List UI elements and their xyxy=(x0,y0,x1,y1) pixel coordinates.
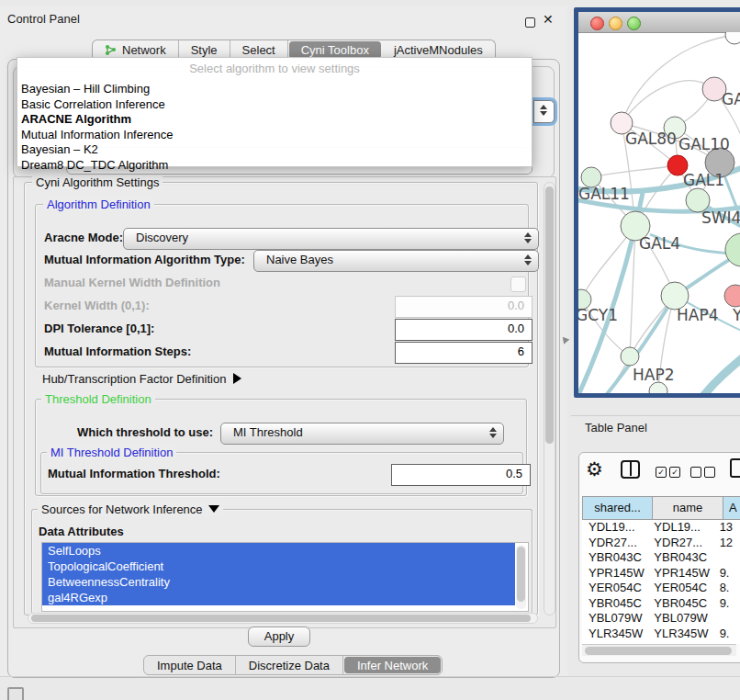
tab-impute-data-label: Impute Data xyxy=(157,659,222,672)
list-item[interactable]: TopologicalCoefficient xyxy=(42,559,515,574)
algorithm-combo-focused-end[interactable] xyxy=(533,100,555,123)
node-label: GCY1 xyxy=(576,306,618,324)
unselect-all-columns-icon[interactable] xyxy=(690,467,701,478)
dpi-tolerance-input[interactable]: 0.0 xyxy=(395,319,533,341)
sources-title: Sources for Network Inference xyxy=(41,502,203,516)
manual-kernel-width-label: Manual Kernel Width Definition xyxy=(44,273,220,293)
tab-infer-network[interactable]: Infer Network xyxy=(344,657,441,673)
settings-vertical-scrollbar[interactable] xyxy=(544,182,555,615)
node-label: GAL4 xyxy=(639,234,680,253)
network-window-titlebar[interactable] xyxy=(578,12,740,33)
table-panel-divider xyxy=(571,415,740,416)
menu-item[interactable]: Basic Correlation Inference xyxy=(21,97,526,113)
expanded-arrow-icon xyxy=(208,505,219,513)
network-view-window: GAL GAL80 GAL10 GAL1 GAL11 SWI4 GAL4 GCY… xyxy=(574,7,740,398)
column-layout-icon[interactable] xyxy=(621,460,640,479)
zoom-button[interactable] xyxy=(627,17,641,30)
table-row[interactable]: YLR345WYLR345W9. xyxy=(582,627,740,642)
network-canvas[interactable]: GAL GAL80 GAL10 GAL1 GAL11 SWI4 GAL4 GCY… xyxy=(578,32,740,398)
table-row[interactable]: YPR145WYPR145W9. xyxy=(582,566,740,581)
node-label: HAP2 xyxy=(633,366,674,384)
select-all-columns-icon[interactable]: ✓ xyxy=(669,467,680,478)
node-label: Y xyxy=(733,306,740,324)
new-table-icon[interactable] xyxy=(730,458,740,478)
collapsed-arrow-icon xyxy=(233,373,241,384)
gear-icon[interactable]: ⚙ xyxy=(586,457,603,481)
table-row[interactable]: YER054CYER054C8. xyxy=(582,581,740,596)
network-icon xyxy=(105,44,117,56)
algorithm-definition-title: Algorithm Definition xyxy=(43,198,154,211)
mi-threshold-definition-title: MI Threshold Definition xyxy=(47,446,176,459)
stepper-arrows xyxy=(524,254,532,265)
node-label: GAL xyxy=(722,90,740,108)
threshold-definition-title: Threshold Definition xyxy=(41,392,155,406)
column-header-partial[interactable]: A xyxy=(723,496,740,520)
control-panel-window: Control Panel ✕ Network Style Select Cyn… xyxy=(0,6,567,677)
list-item[interactable]: SelfLoops xyxy=(42,543,515,559)
close-button[interactable] xyxy=(590,17,604,30)
cyni-bottom-tabbar: Impute Data Discretize Data Infer Networ… xyxy=(143,655,443,675)
aracne-mode-select[interactable]: Discovery xyxy=(123,228,539,250)
stepper-arrows xyxy=(540,105,547,116)
tab-network-label: Network xyxy=(122,43,166,57)
hub-tf-definition-toggle[interactable]: Hub/Transcription Factor Definition xyxy=(42,369,241,390)
stepper-arrows xyxy=(489,427,497,438)
list-scrollbar[interactable] xyxy=(516,545,526,609)
float-window-icon[interactable] xyxy=(525,17,535,28)
table-row[interactable]: YBL079WYBL079W xyxy=(582,611,740,627)
dpi-tolerance-label: DPI Tolerance [0,1]: xyxy=(44,319,154,339)
tab-discretize-data[interactable]: Discretize Data xyxy=(236,656,343,674)
menu-item[interactable]: Bayesian – K2 xyxy=(21,142,526,158)
sources-title-row[interactable]: Sources for Network Inference xyxy=(38,502,223,516)
mi-algorithm-type-value: Naive Bayes xyxy=(266,253,333,266)
table-horizontal-scrollbar[interactable] xyxy=(582,644,736,656)
unselect-all-columns-icon[interactable] xyxy=(704,467,715,478)
table-row[interactable]: YBR043CYBR043C xyxy=(582,550,740,566)
column-header-name[interactable]: name xyxy=(652,496,723,520)
data-attributes-list[interactable]: SelfLoops TopologicalCoefficient Between… xyxy=(41,542,529,612)
control-panel-title: Control Panel xyxy=(7,11,80,28)
select-all-columns-icon[interactable]: ✓ xyxy=(656,467,667,478)
mi-algorithm-type-label: Mutual Information Algorithm Type: xyxy=(44,250,245,270)
menu-item[interactable]: Mutual Information Inference xyxy=(21,128,526,143)
table-row[interactable]: YDR27...YDR27...12 xyxy=(582,536,740,551)
algorithm-dropdown-hint: Select algorithm to view settings xyxy=(17,62,532,75)
kernel-width-input[interactable]: 0.0 xyxy=(395,296,533,318)
mi-threshold-input[interactable]: 0.5 xyxy=(391,464,531,486)
list-item[interactable]: gal4RGexp xyxy=(42,590,515,605)
bottom-divider xyxy=(0,676,740,677)
aracne-mode-label: Aracne Mode: xyxy=(44,228,123,248)
settings-horizontal-scrollbar[interactable] xyxy=(28,613,538,624)
manual-kernel-width-checkbox[interactable] xyxy=(510,277,526,292)
which-threshold-label: Which threshold to use: xyxy=(77,423,213,443)
tab-cyni-toolbox-label: Cyni Toolbox xyxy=(301,43,369,57)
table-row[interactable]: YBR045CYBR045C9. xyxy=(582,596,740,612)
mi-steps-input[interactable]: 6 xyxy=(395,342,533,364)
apply-button[interactable]: Apply xyxy=(248,627,310,647)
node-label: GAL1 xyxy=(683,171,724,189)
bottom-corner-icon[interactable] xyxy=(7,687,24,700)
tab-infer-network-label: Infer Network xyxy=(357,659,428,672)
tab-impute-data[interactable]: Impute Data xyxy=(144,656,236,674)
data-attributes-label: Data Attributes xyxy=(39,522,124,542)
mi-algorithm-type-select[interactable]: Naive Bayes xyxy=(253,250,539,272)
which-threshold-value: MI Threshold xyxy=(233,425,303,439)
tab-discretize-data-label: Discretize Data xyxy=(249,659,330,672)
kernel-width-label: Kernel Width (0,1): xyxy=(44,296,150,316)
menu-item[interactable]: Dream8 DC_TDC Algorithm xyxy=(21,158,526,174)
tab-style-label: Style xyxy=(191,43,218,57)
close-icon[interactable]: ✕ xyxy=(543,12,554,27)
node-label: HAP4 xyxy=(677,306,718,324)
node-label: GAL80 xyxy=(625,130,677,148)
column-header-shared-name[interactable]: shared... xyxy=(582,496,653,520)
mi-steps-label: Mutual Information Steps: xyxy=(44,342,191,362)
menu-item[interactable]: Bayesian – Hill Climbing xyxy=(21,82,526,97)
node-label: GAL11 xyxy=(578,185,630,203)
minimize-button[interactable] xyxy=(609,17,622,30)
which-threshold-select[interactable]: MI Threshold xyxy=(220,423,504,445)
table-row[interactable]: YDL19...YDL19...13 xyxy=(582,520,740,536)
menu-item-selected[interactable]: ARACNE Algorithm xyxy=(21,112,526,128)
list-item[interactable]: BetweennessCentrality xyxy=(42,574,515,590)
stepper-arrows xyxy=(524,232,532,243)
table-body: YDL19...YDL19...13 YDR27...YDR27...12 YB… xyxy=(582,520,740,644)
